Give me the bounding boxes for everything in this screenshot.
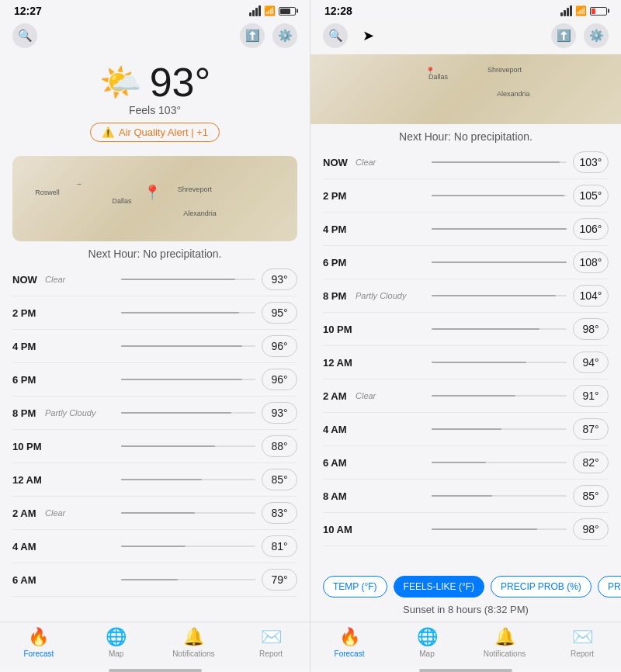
hour-label: 10 PM [12,441,45,452]
nav-item-notifications[interactable]: 🔔 Notifications [155,627,233,658]
next-hour-right: Next Hour: No precipitation. [310,124,621,146]
status-bar-left: 12:27 📶 [0,0,310,20]
hourly-row: 2 AM Clear 91° [323,379,609,413]
hour-label: NOW [323,157,356,168]
temp-bar-container [432,295,567,296]
nav-item-map[interactable]: 🌐 Map [78,627,155,658]
status-time-right: 12:28 [324,5,352,17]
battery-fill-right [592,9,595,14]
nav-item-map[interactable]: 🌐 Map [388,627,466,658]
nav-item-forecast[interactable]: 🔥 Forecast [310,627,388,658]
temp-pill: 104° [573,285,609,307]
temp-bar-container [432,262,567,263]
nav-item-report[interactable]: ✉️ Report [232,627,310,658]
hourly-row: 4 PM 96° [12,330,297,363]
svg-text:Alexandria: Alexandria [183,210,217,217]
share-button-left[interactable]: ⬆️ [240,23,265,48]
hour-label: 10 AM [323,524,356,535]
temp-bar [432,295,556,296]
temp-pill: 88° [262,435,297,457]
svg-text:Shreveport: Shreveport [178,185,213,193]
svg-text:Shreveport: Shreveport [487,66,522,74]
hourly-list-left[interactable]: NOW Clear 93° 2 PM 95° 4 PM 96° 6 PM [0,263,310,622]
hour-label: 8 PM [12,407,45,419]
air-quality-alert-badge[interactable]: ⚠️ Air Quality Alert | +1 [90,123,220,142]
search-button-left[interactable]: 🔍 [12,23,37,48]
nav-item-report[interactable]: ✉️ Report [543,627,621,658]
map-small-left[interactable]: Roswell Dallas Shreveport Alexandria 📍 → [12,156,297,241]
status-bar-right: 12:28 📶 [310,0,621,20]
nav-label-map: Map [109,649,123,658]
hour-label: 6 PM [323,257,356,268]
toolbar-right-actions: ⬆️ ⚙️ [240,23,297,48]
hour-label: 6 AM [323,457,356,469]
status-icons-left: 📶 [249,5,296,16]
temp-pill: 93° [262,268,297,290]
settings-button-left[interactable]: ⚙️ [272,23,297,48]
filter-tab-feelslikef[interactable]: FEELS-LIKE (°F) [394,576,484,598]
wifi-icon-left: 📶 [264,5,276,16]
temp-bar [432,495,492,497]
temp-bar-container [121,345,255,347]
temp-pill: 98° [573,518,609,540]
settings-button-right[interactable]: ⚙️ [584,23,609,48]
nav-label-map: Map [419,649,434,658]
filter-tabs[interactable]: TEMP (°F)FEELS-LIKE (°F)PRECIP PROB (%)P… [310,568,621,598]
temp-bar-container [121,279,255,280]
temp-bar-container [121,512,255,514]
bottom-nav-right: 🔥 Forecast 🌐 Map 🔔 Notifications ✉️ Repo… [310,622,621,666]
hourly-row: 6 AM 82° [323,446,609,480]
temp-bar-container [432,495,567,497]
nav-label-notifications: Notifications [484,649,526,658]
nav-label-forecast: Forecast [23,649,54,658]
signal-bar-4 [258,5,261,16]
temp-pill: 96° [262,335,297,357]
temp-bar-container [121,379,255,380]
temp-bar-container [432,462,567,463]
hour-label: 4 AM [12,541,45,552]
search-button-right[interactable]: 🔍 [323,23,348,48]
nav-icon-notifications: 🔔 [494,627,515,647]
hour-label: 4 PM [323,223,356,235]
temp-bar [121,445,215,447]
hourly-list-right[interactable]: NOW Clear 103° 2 PM 105° 4 PM 106° 6 PM [310,146,621,568]
condition-label: Clear [356,391,425,400]
condition-label: Partly Cloudy [45,408,115,417]
nav-icon-forecast: 🔥 [28,627,49,647]
filter-tab-preci[interactable]: PRECI... [598,576,621,598]
hourly-row: 10 PM 98° [323,313,609,346]
map-area-right[interactable]: Dallas Shreveport Alexandria 📍 [310,54,621,124]
signal-bar-3 [255,8,258,16]
temp-bar-container [432,228,567,230]
temp-bar [121,345,242,347]
svg-text:→: → [75,180,82,188]
svg-text:Alexandria: Alexandria [497,90,530,98]
weather-main: 🌤️ 93° [99,62,211,102]
svg-text:Dallas: Dallas [112,197,132,205]
filter-tab-precipprob[interactable]: PRECIP PROB (%) [491,576,592,598]
hour-label: 8 AM [323,490,356,502]
alert-text: Air Quality Alert | +1 [119,126,208,138]
svg-text:📍: 📍 [144,184,161,201]
temp-bar-container [432,395,567,397]
sun-icon: 🌤️ [99,62,142,102]
temp-bar-container [432,161,567,163]
nav-label-report: Report [571,649,594,658]
temp-bar [432,262,567,263]
location-arrow-icon[interactable]: ➤ [356,23,380,48]
filter-tab-tempf[interactable]: TEMP (°F) [323,576,387,598]
condition-label: Partly Cloudy [356,291,425,300]
share-button-right[interactable]: ⬆️ [551,23,576,48]
signal-bar-r1 [560,12,563,16]
weather-header: 🌤️ 93° Feels 103° ⚠️ Air Quality Alert |… [0,54,310,148]
nav-item-notifications[interactable]: 🔔 Notifications [466,627,543,658]
hourly-row: 8 PM Partly Cloudy 104° [323,279,609,313]
temp-pill: 96° [262,369,297,390]
nav-icon-report: ✉️ [572,627,593,647]
signal-bar-2 [252,10,255,16]
temp-pill: 87° [573,418,609,440]
hourly-row: 2 AM Clear 83° [12,497,297,530]
temperature-display: 93° [150,62,211,102]
nav-item-forecast[interactable]: 🔥 Forecast [0,627,78,658]
temp-bar [432,395,515,397]
